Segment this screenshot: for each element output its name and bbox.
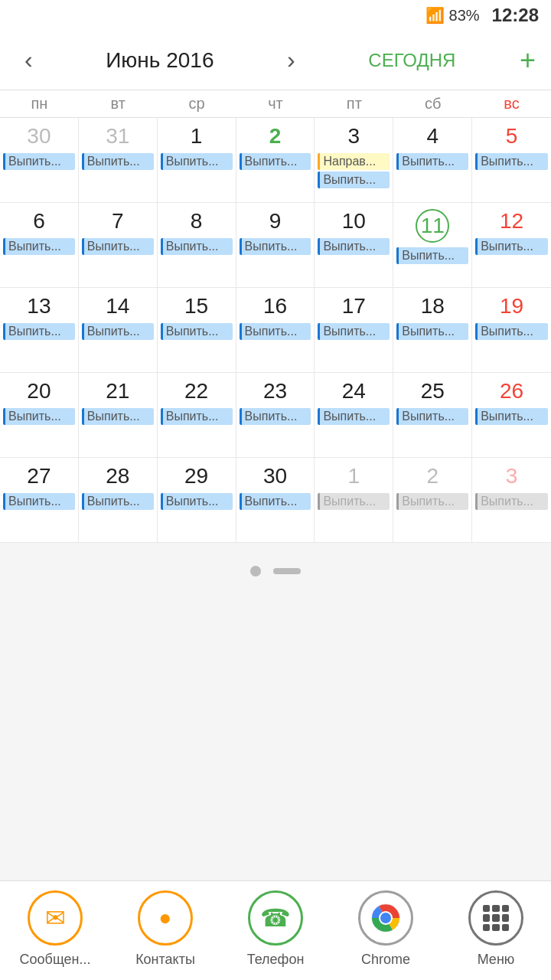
table-row[interactable]: 9Выпить... bbox=[236, 203, 315, 287]
day-number: 2 bbox=[396, 464, 468, 488]
list-item[interactable]: Выпить... bbox=[240, 323, 311, 340]
list-item[interactable]: Выпить... bbox=[82, 493, 154, 510]
table-row[interactable]: 29Выпить... bbox=[158, 458, 236, 542]
messages-icon-wrap: ✉ bbox=[28, 890, 83, 946]
table-row[interactable]: 6Выпить... bbox=[0, 203, 79, 287]
table-row[interactable]: 24Выпить... bbox=[315, 373, 393, 457]
table-row[interactable]: 3Выпить... bbox=[472, 458, 551, 542]
table-row[interactable]: 1Выпить... bbox=[315, 458, 393, 542]
day-header-mon: пн bbox=[0, 95, 79, 113]
table-row[interactable]: 20Выпить... bbox=[0, 373, 79, 457]
week-row-2: 6Выпить...7Выпить...8Выпить...9Выпить...… bbox=[0, 203, 551, 288]
list-item[interactable]: Выпить... bbox=[396, 408, 468, 425]
list-item[interactable]: Выпить... bbox=[161, 153, 233, 170]
add-event-button[interactable]: + bbox=[520, 47, 536, 74]
list-item[interactable]: Выпить... bbox=[318, 493, 390, 510]
table-row[interactable]: 3Направ...Выпить... bbox=[315, 118, 393, 202]
list-item[interactable]: Выпить... bbox=[161, 238, 233, 255]
table-row[interactable]: 17Выпить... bbox=[315, 288, 393, 372]
table-row[interactable]: 12Выпить... bbox=[472, 203, 551, 287]
list-item[interactable]: Выпить... bbox=[475, 238, 548, 255]
table-row[interactable]: 1Выпить... bbox=[158, 118, 236, 202]
messages-label: Сообщен... bbox=[20, 952, 91, 968]
list-item[interactable]: Выпить... bbox=[3, 493, 75, 510]
list-item[interactable]: Выпить... bbox=[82, 238, 154, 255]
table-row[interactable]: 16Выпить... bbox=[236, 288, 315, 372]
day-header-sat: сб bbox=[393, 95, 472, 113]
table-row[interactable]: 4Выпить... bbox=[393, 118, 472, 202]
table-row[interactable]: 13Выпить... bbox=[0, 288, 79, 372]
table-row[interactable]: 25Выпить... bbox=[393, 373, 472, 457]
table-row[interactable]: 18Выпить... bbox=[393, 288, 472, 372]
list-item[interactable]: Выпить... bbox=[318, 408, 390, 425]
list-item[interactable]: Выпить... bbox=[3, 323, 75, 340]
table-row[interactable]: 11Выпить... bbox=[393, 203, 472, 287]
table-row[interactable]: 23Выпить... bbox=[236, 373, 315, 457]
list-item[interactable]: Выпить... bbox=[318, 172, 390, 188]
table-row[interactable]: 28Выпить... bbox=[79, 458, 158, 542]
table-row[interactable]: 14Выпить... bbox=[79, 288, 158, 372]
list-item[interactable]: Выпить... bbox=[82, 323, 154, 340]
table-row[interactable]: 10Выпить... bbox=[315, 203, 393, 287]
list-item[interactable]: Выпить... bbox=[161, 493, 233, 510]
list-item[interactable]: Выпить... bbox=[3, 238, 75, 255]
phone-icon-wrap: ☎ bbox=[248, 890, 303, 946]
table-row[interactable]: 31Выпить... bbox=[79, 118, 158, 202]
contacts-label: Контакты bbox=[135, 952, 195, 968]
day-header-fri: пт bbox=[315, 95, 393, 113]
list-item[interactable]: Выпить... bbox=[475, 408, 548, 425]
list-item[interactable]: Выпить... bbox=[318, 323, 390, 340]
bottom-navigation: ✉ Сообщен... ● Контакты ☎ Телефон bbox=[0, 880, 551, 980]
table-row[interactable]: 2Выпить... bbox=[236, 118, 315, 202]
list-item[interactable]: Выпить... bbox=[240, 408, 311, 425]
list-item[interactable]: Выпить... bbox=[3, 408, 75, 425]
list-item[interactable]: Выпить... bbox=[396, 323, 468, 340]
list-item[interactable]: Выпить... bbox=[240, 238, 311, 255]
list-item[interactable]: Выпить... bbox=[82, 153, 154, 170]
prev-month-button[interactable]: ‹ bbox=[15, 43, 42, 77]
day-number: 15 bbox=[161, 294, 233, 318]
table-row[interactable]: 5Выпить... bbox=[472, 118, 551, 202]
contacts-icon: ● bbox=[159, 906, 172, 930]
list-item[interactable]: Выпить... bbox=[396, 247, 468, 264]
phone-icon: ☎ bbox=[260, 903, 291, 933]
table-row[interactable]: 30Выпить... bbox=[236, 458, 315, 542]
nav-item-messages[interactable]: ✉ Сообщен... bbox=[0, 890, 110, 968]
table-row[interactable]: 27Выпить... bbox=[0, 458, 79, 542]
table-row[interactable]: 22Выпить... bbox=[158, 373, 236, 457]
list-item[interactable]: Выпить... bbox=[475, 493, 548, 510]
list-item[interactable]: Выпить... bbox=[318, 238, 390, 255]
day-number: 30 bbox=[3, 124, 75, 149]
list-item[interactable]: Выпить... bbox=[161, 323, 233, 340]
week-row-4: 20Выпить...21Выпить...22Выпить...23Выпит… bbox=[0, 373, 551, 458]
list-item[interactable]: Выпить... bbox=[475, 153, 548, 170]
list-item[interactable]: Выпить... bbox=[161, 408, 233, 425]
list-item[interactable]: Выпить... bbox=[240, 153, 311, 170]
contacts-icon-wrap: ● bbox=[138, 890, 193, 946]
day-number: 6 bbox=[3, 209, 75, 234]
nav-item-phone[interactable]: ☎ Телефон bbox=[220, 890, 331, 968]
calendar: ‹ Июнь 2016 › СЕГОДНЯ + пн вт ср чт пт с… bbox=[0, 31, 551, 543]
today-button[interactable]: СЕГОДНЯ bbox=[368, 50, 455, 71]
list-item[interactable]: Выпить... bbox=[3, 153, 75, 170]
list-item[interactable]: Выпить... bbox=[82, 408, 154, 425]
table-row[interactable]: 21Выпить... bbox=[79, 373, 158, 457]
table-row[interactable]: 26Выпить... bbox=[472, 373, 551, 457]
list-item[interactable]: Выпить... bbox=[396, 493, 468, 510]
nav-item-chrome[interactable]: Chrome bbox=[331, 890, 441, 968]
table-row[interactable]: 8Выпить... bbox=[158, 203, 236, 287]
table-row[interactable]: 2Выпить... bbox=[393, 458, 472, 542]
nav-item-menu[interactable]: Меню bbox=[441, 890, 551, 968]
list-item[interactable]: Выпить... bbox=[396, 153, 468, 170]
next-month-button[interactable]: › bbox=[278, 43, 305, 77]
list-item[interactable]: Направ... bbox=[318, 153, 390, 170]
nav-item-contacts[interactable]: ● Контакты bbox=[110, 890, 220, 968]
table-row[interactable]: 15Выпить... bbox=[158, 288, 236, 372]
table-row[interactable]: 19Выпить... bbox=[472, 288, 551, 372]
table-row[interactable]: 7Выпить... bbox=[79, 203, 158, 287]
list-item[interactable]: Выпить... bbox=[240, 493, 311, 510]
day-headers: пн вт ср чт пт сб вс bbox=[0, 90, 551, 118]
day-number: 19 bbox=[475, 294, 548, 318]
table-row[interactable]: 30Выпить... bbox=[0, 118, 79, 202]
list-item[interactable]: Выпить... bbox=[475, 323, 548, 340]
